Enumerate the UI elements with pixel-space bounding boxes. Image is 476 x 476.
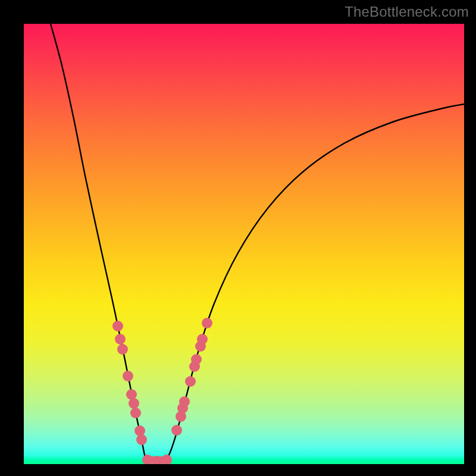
chart-plot-area [24,24,464,464]
data-marker [171,425,182,436]
outer-frame: TheBottleneck.com [0,0,476,476]
data-marker [136,434,147,445]
marker-group [112,318,212,464]
data-marker [123,371,133,381]
data-marker [129,398,139,409]
watermark-text: TheBottleneck.com [345,4,469,20]
data-marker [142,455,153,464]
chart-svg [24,24,464,464]
data-marker [112,321,123,331]
data-marker [117,344,128,355]
data-marker [179,396,190,407]
data-marker [161,455,172,464]
data-marker [202,318,212,328]
right-curve [165,104,464,462]
data-marker [115,334,126,345]
data-marker [191,354,202,365]
data-marker [134,425,145,436]
data-marker [197,334,208,345]
data-marker [130,408,141,418]
data-marker [185,376,196,387]
